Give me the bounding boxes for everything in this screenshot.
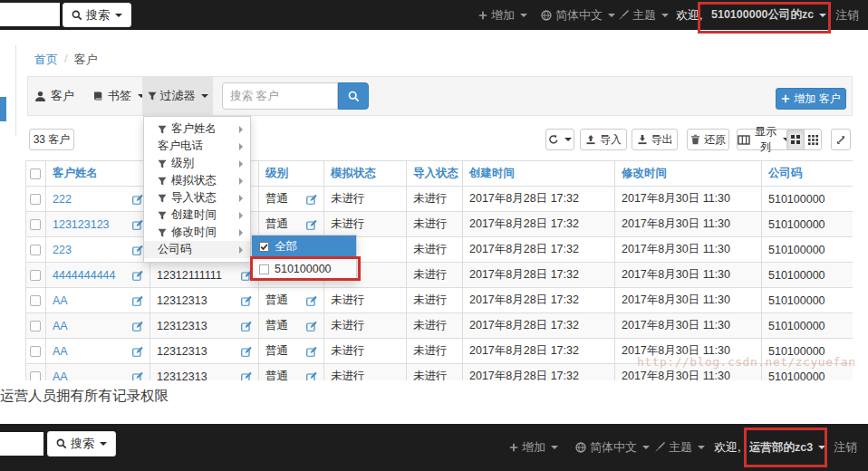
edit-icon[interactable] [132, 270, 143, 281]
screen: 搜索 增加 简体中文 主题 欢迎, 5101 [0, 0, 868, 471]
breadcrumb-home-link[interactable]: 首页 [34, 52, 58, 68]
submenu-option-all[interactable]: 全部 [252, 236, 356, 258]
filter-menu-item[interactable]: 模拟状态 [144, 172, 250, 189]
row-checkbox[interactable] [30, 194, 41, 205]
edit-icon[interactable] [241, 346, 252, 357]
add-customer-button[interactable]: 增加 客户 [776, 88, 846, 110]
bottom-search-input[interactable] [0, 432, 43, 456]
customer-search-input[interactable] [222, 82, 338, 110]
customer-name-link[interactable]: 222 [53, 193, 72, 206]
created-cell: 2017年8月28日 17:32 [463, 364, 615, 381]
row-checkbox[interactable] [30, 270, 41, 281]
edit-icon[interactable] [132, 371, 143, 381]
edit-icon[interactable] [306, 194, 317, 205]
top-search-input[interactable] [0, 3, 60, 26]
nav-add-menu[interactable]: 增加 [509, 424, 558, 471]
import-button[interactable]: 导入 [580, 129, 627, 150]
column-header[interactable]: 级别 [259, 161, 324, 187]
edit-icon[interactable] [306, 371, 317, 381]
column-header[interactable]: 公司码 [762, 161, 854, 187]
grid-view-3x3-button[interactable] [804, 129, 822, 150]
column-header[interactable]: 创建时间 [463, 161, 615, 187]
edit-icon[interactable] [132, 219, 143, 230]
submenu-option-label: 全部 [275, 239, 297, 255]
filter-menu-item[interactable]: 公司码 [144, 241, 250, 258]
row-checkbox[interactable] [30, 219, 41, 230]
row-checkbox[interactable] [30, 245, 41, 255]
nav-language-menu[interactable]: 简体中文 [541, 0, 615, 30]
nav-add-menu[interactable]: 增加 [478, 0, 527, 30]
chevron-down-icon [201, 94, 208, 98]
bottom-search-button[interactable]: 搜索 [47, 431, 116, 457]
bottom-user-menu[interactable]: 运营部的zc3 [749, 424, 825, 471]
edit-icon[interactable] [306, 321, 317, 332]
funnel-icon [158, 211, 167, 220]
filters-menu-toggle[interactable]: 过滤器 [142, 76, 213, 116]
chevron-down-icon [115, 14, 122, 17]
nav-language-menu[interactable]: 简体中文 [575, 424, 650, 471]
modified-cell: 2017年8月30日 11:30 [615, 263, 762, 288]
row-checkbox[interactable] [30, 371, 41, 380]
filter-menu-item[interactable]: 级别 [144, 155, 250, 172]
column-header[interactable]: 客户姓名 [46, 161, 150, 187]
column-header[interactable]: 导入状态 [407, 161, 463, 187]
customer-name-link[interactable]: 223 [53, 244, 72, 256]
select-all-checkbox[interactable] [30, 168, 41, 179]
customer-phone: 12312313 [157, 294, 207, 307]
row-checkbox[interactable] [30, 321, 41, 332]
filter-menu-item[interactable]: 创建时间 [144, 207, 250, 224]
edit-icon[interactable] [306, 346, 317, 357]
display-columns-button[interactable]: 显示列 [737, 129, 791, 150]
refresh-button[interactable] [545, 129, 574, 150]
bottom-logout-link[interactable]: 注销 [834, 424, 857, 471]
edit-icon[interactable] [241, 321, 252, 332]
top-user-menu[interactable]: 510100000公司的zc [711, 0, 826, 30]
globe-icon [575, 442, 586, 453]
nav-theme-menu[interactable]: 主题 [654, 424, 705, 471]
edit-icon[interactable] [241, 295, 252, 306]
edit-icon[interactable] [132, 295, 143, 306]
edit-icon[interactable] [132, 245, 143, 255]
row-checkbox[interactable] [30, 295, 41, 306]
customer-name-link[interactable]: AA [53, 294, 68, 307]
customer-phone: 12312313 [157, 320, 207, 332]
import-label: 导入 [600, 132, 622, 148]
chevron-down-icon [661, 14, 669, 17]
search-button-label: 搜索 [71, 436, 94, 452]
customer-name-link[interactable]: 4444444444 [53, 269, 116, 282]
customer-name-link[interactable]: AA [53, 370, 68, 381]
chevron-right-icon [239, 143, 243, 150]
edit-icon[interactable] [132, 321, 143, 332]
expand-button[interactable] [831, 129, 851, 150]
customer-search-button[interactable] [338, 82, 369, 110]
filter-menu-item[interactable]: 导入状态 [144, 189, 250, 207]
bookmarks-menu[interactable]: 书签 [92, 76, 145, 116]
edit-icon[interactable] [132, 194, 143, 205]
sidebar-handle[interactable] [0, 97, 6, 121]
customer-name-link[interactable]: 123123123 [53, 218, 110, 231]
top-search-button[interactable]: 搜索 [63, 3, 131, 27]
edit-icon[interactable] [306, 295, 317, 306]
created-cell: 2017年8月28日 17:32 [463, 313, 615, 339]
created-cell: 2017年8月28日 17:32 [463, 187, 615, 212]
customer-name-link[interactable]: AA [53, 345, 68, 358]
book-icon [92, 91, 103, 101]
filter-menu-item[interactable]: 修改时间 [144, 224, 250, 241]
grid-view-2x2-button[interactable] [786, 129, 805, 150]
tab-customers[interactable]: 客户 [34, 76, 74, 116]
import-status-cell: 未进行 [407, 237, 463, 263]
submenu-option-company-code[interactable]: 510100000 [252, 258, 356, 280]
restore-button[interactable]: 还原 [687, 129, 729, 150]
column-header[interactable]: 模拟状态 [324, 161, 407, 187]
export-button[interactable]: 导出 [632, 129, 678, 150]
filter-menu-item[interactable]: 客户姓名 [144, 120, 250, 138]
column-header[interactable]: 修改时间 [615, 161, 762, 187]
top-logout-link[interactable]: 注销 [835, 0, 859, 30]
customer-name-link[interactable]: AA [53, 320, 68, 332]
edit-icon[interactable] [132, 346, 143, 357]
filter-menu-item[interactable]: 客户电话 [144, 138, 250, 155]
edit-icon[interactable] [306, 219, 317, 230]
row-checkbox[interactable] [30, 346, 41, 357]
nav-theme-menu[interactable]: 主题 [618, 0, 669, 30]
edit-icon[interactable] [241, 371, 252, 381]
